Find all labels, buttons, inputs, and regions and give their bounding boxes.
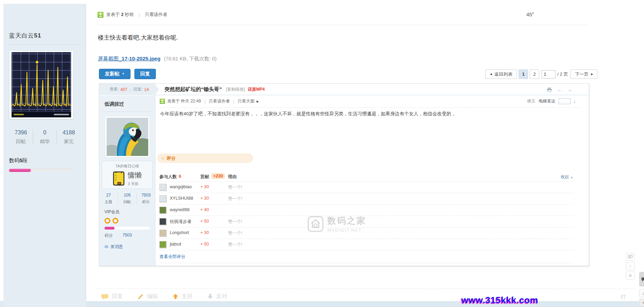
page-button-1[interactable]: 1 [519,69,528,79]
divider [102,111,152,112]
rating-table-header: 参与人数 6 贡献 +230 理由 收起▲ [159,172,573,181]
back-to-list-button[interactable]: ◀返回列表 [485,69,517,79]
edge-list-button[interactable]: ≡ [639,299,644,306]
print-link[interactable]: 打 [621,294,626,300]
embedded-screenshot-image[interactable]: 查看:407|回复:14 突然想起矿坛的“锄头哥” [复制链接] 还原MP4 ←… [99,83,589,266]
author-sidebar: 蓝天白云51 7396回帖 0精华 4188家元 数码5段 [3,4,86,307]
level-progress-bar [9,169,72,172]
shot-mood-box: TA的每日心情 慵懒 3 天前 [102,161,153,189]
divider [9,44,81,45]
rating-row: Longshort + 30 赞一个! [159,227,573,239]
sidebar-avatar[interactable] [9,50,74,119]
caret-down-icon: ▼ [122,73,125,75]
footer-oppose-label: 反对 [216,293,227,300]
separator: | [233,99,234,104]
stat-digests-label: 精华 [33,139,57,145]
sidebar-username-number: 51 [34,32,41,39]
online-status-icon [98,12,103,18]
send-message-link: ✉ 发消息 [104,244,155,250]
shot-score-progress-fill [104,227,115,230]
forum-page: 蓝天白云51 7396回帖 0精华 4188家元 数码5段 [0,0,644,307]
sidebar-username-link[interactable]: 蓝天白云51 [9,32,81,40]
page-jump: / 2 页 [542,70,568,78]
oscilloscope-photo [11,52,72,117]
thread-list-button[interactable]: ≡ [626,272,635,280]
online-status-icon [160,99,165,104]
attachment-row: 屏幕截图_17-10-2025.jpeg (70.61 KB, 下载次数: 0) [98,56,217,62]
stat-digests[interactable]: 0精华 [33,130,57,145]
contribution-total: +230 [211,173,225,179]
shot-thread-title: 突然想起矿坛的“锄头哥” [复制链接] 还原MP4 [165,84,265,95]
shot-only-author-link: 只看该作者 [209,98,230,104]
footer-reply-button[interactable]: 回复 [101,293,123,300]
mood-emoticon-icon [113,171,125,186]
shot-post-content: 今年应该有40岁了吧，不知道找到老婆没有，，，这家伙人不坏，就是性格有些怪异另类… [160,111,456,117]
new-post-button[interactable]: 发新帖▼ [99,69,131,79]
rater-score: + 50 [200,242,209,247]
level-prefix: 数码 [9,157,19,163]
page-bottom-strip [0,301,644,307]
user-group-label: VIP会员 [104,209,155,215]
rating-row: XYLSHUI88 + 30 赞一个! [159,193,573,204]
only-author-link[interactable]: 只看该作者 [145,11,167,18]
divider [160,107,581,108]
stat-replies[interactable]: 7396回帖 [9,130,33,145]
score-label: 积分 [104,233,113,239]
participants-count: 6 [179,174,181,179]
views-label: 查看: [109,86,119,92]
rater-reason: 赞一个! [228,242,242,248]
next-arrow-icon: ▶ [591,73,593,76]
attachment-name: 17-10-2025.jpeg [122,56,160,61]
mydigit-logo-icon [308,216,324,232]
vip-badge-icon [104,218,110,224]
edge-home-button[interactable]: ⌂ [639,289,644,297]
shot-post-time: 发表于 昨天 22:49 [167,98,201,104]
mydigit-watermark-text: 数码之家 MYDIGIT.NET [327,215,366,233]
separator: | [139,12,140,17]
expand-right-icon: ▶ [257,100,259,103]
post-time-unit: 秒前 [125,12,134,17]
footer-edit-button[interactable]: 编辑 [137,293,158,300]
level-suffix: 段 [22,157,27,163]
watermark-cn: 数码之家 [327,215,366,226]
back-to-top-button[interactable]: ↑ [626,262,635,270]
edge-chat-button[interactable] [639,272,644,287]
comment-float-button[interactable] [626,253,635,261]
stat-label: 积分 [137,199,155,205]
attachment-info: (70.61 KB, 下载次数: 0) [164,56,217,61]
copy-link-label: [复制链接] [226,86,245,92]
reply-button[interactable]: 回复 [134,69,156,79]
rater-score: + 50 [200,219,209,224]
rater-name: wayne898 [170,207,190,212]
attachment-link[interactable]: 屏幕截图_17-10-2025.jpeg [98,56,160,61]
home-icon: ⌂ [643,290,644,296]
rater-avatar [159,218,166,225]
footer-support-button[interactable]: 支持 [173,293,193,300]
page-jump-input[interactable] [542,70,555,78]
stat-coins-label: 家元 [57,139,81,145]
mood-row: 慵懒 3 天前 [103,171,151,186]
footer-oppose-button[interactable]: 反对 [207,293,227,300]
score-value: 7503 [123,233,132,239]
page-button-2[interactable]: 2 [530,69,539,79]
rater-reason: 赞一个! [228,219,242,225]
collapse-rating-link: 收起▲ [561,174,573,180]
floating-panel: ↑ ≡ [626,253,635,281]
stat-coins[interactable]: 4188家元 [57,130,81,145]
attachment-name-prefix: 屏幕截图_ [98,56,122,61]
shot-author-name: 低调掠过 [104,101,155,107]
prev-thread-icon: ← [557,87,562,92]
next-page-button[interactable]: 下一页▶ [570,69,597,79]
user-level-label: 数码5段 [9,157,81,164]
reply-label: 回复 [140,71,150,77]
views-count: 407 [120,87,127,92]
back-to-list-label: 返回列表 [494,71,512,77]
floor-hash: # [532,11,534,15]
shot-score-row: 积分 7503 [104,233,155,239]
rating-row: wayne898 + 40 [159,204,573,216]
mood-name: 慵懒 [128,171,142,180]
rater-name: XYLSHUI88 [170,196,193,201]
thread-title-text: 突然想起矿坛的“锄头哥” [165,86,222,93]
mood-time: 3 天前 [128,181,142,186]
rater-avatar [159,184,166,191]
